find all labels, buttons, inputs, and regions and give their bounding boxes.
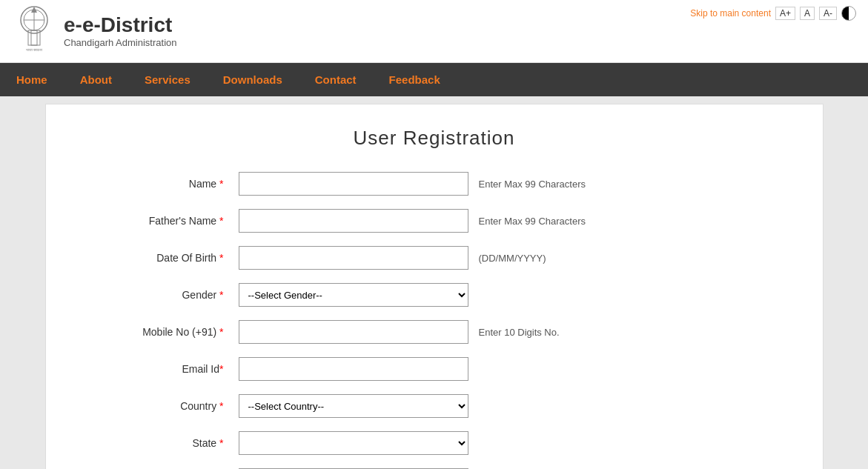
fathers-name-row: Father's Name * Enter Max 99 Characters — [61, 209, 808, 233]
font-smaller-button[interactable]: A- — [819, 7, 837, 20]
font-larger-button[interactable]: A+ — [775, 7, 795, 20]
logo-icon: भारत सरकार — [12, 5, 56, 57]
font-normal-button[interactable]: A — [800, 7, 815, 20]
nav-services[interactable]: Services — [128, 63, 207, 96]
state-label: State * — [90, 437, 239, 449]
fathers-name-required: * — [219, 215, 223, 227]
country-select[interactable]: --Select Country-- India — [239, 394, 468, 418]
mobile-row: Mobile No (+91) * Enter 10 Digits No. — [61, 320, 808, 344]
name-required: * — [219, 178, 223, 190]
mobile-hint: Enter 10 Digits No. — [479, 327, 560, 338]
mobile-label: Mobile No (+91) * — [90, 326, 239, 338]
email-required: * — [219, 363, 223, 375]
gender-select[interactable]: --Select Gender-- Male Female Other — [239, 283, 468, 307]
dob-label: Date Of Birth * — [90, 252, 239, 264]
state-row: State * — [61, 431, 808, 455]
top-right-controls: Skip to main content A+ A A- — [690, 6, 856, 21]
logo-area: भारत सरकार e-e-District Chandigarh Admin… — [12, 5, 176, 57]
fathers-name-label: Father's Name * — [90, 215, 239, 227]
main-content: User Registration Name * Enter Max 99 Ch… — [45, 104, 824, 469]
site-subtitle: Chandigarh Administration — [64, 37, 176, 48]
svg-text:भारत सरकार: भारत सरकार — [26, 47, 43, 52]
name-input[interactable] — [239, 172, 468, 196]
name-hint: Enter Max 99 Characters — [479, 179, 586, 190]
mobile-required: * — [219, 326, 223, 338]
email-label: Email Id* — [90, 363, 239, 375]
registration-form: Name * Enter Max 99 Characters Father's … — [61, 172, 808, 469]
nav-downloads[interactable]: Downloads — [207, 63, 299, 96]
fathers-name-hint: Enter Max 99 Characters — [479, 216, 586, 227]
contrast-toggle-button[interactable] — [841, 6, 856, 21]
name-label: Name * — [90, 178, 239, 190]
fathers-name-input[interactable] — [239, 209, 468, 233]
dob-hint: (DD/MM/YYYY) — [479, 253, 546, 264]
name-row: Name * Enter Max 99 Characters — [61, 172, 808, 196]
state-select[interactable] — [239, 431, 468, 455]
country-required: * — [219, 400, 223, 412]
country-label: Country * — [90, 400, 239, 412]
nav-home[interactable]: Home — [0, 63, 64, 96]
skip-to-main-link[interactable]: Skip to main content — [690, 8, 771, 19]
dob-row: Date Of Birth * (DD/MM/YYYY) — [61, 246, 808, 270]
page-title: User Registration — [61, 127, 808, 150]
state-required: * — [219, 437, 223, 449]
email-row: Email Id* — [61, 357, 808, 381]
email-input[interactable] — [239, 357, 468, 381]
logo-text: e-e-District Chandigarh Administration — [64, 14, 176, 48]
mobile-input[interactable] — [239, 320, 468, 344]
top-bar: भारत सरकार e-e-District Chandigarh Admin… — [0, 0, 868, 63]
gender-required: * — [219, 289, 223, 301]
dob-input[interactable] — [239, 246, 468, 270]
gender-row: Gender * --Select Gender-- Male Female O… — [61, 283, 808, 307]
country-row: Country * --Select Country-- India — [61, 394, 808, 418]
site-title: e-e-District — [64, 14, 176, 37]
nav-contact[interactable]: Contact — [299, 63, 373, 96]
svg-rect-6 — [31, 30, 37, 45]
nav-feedback[interactable]: Feedback — [373, 63, 457, 96]
dob-required: * — [219, 252, 223, 264]
main-nav: Home About Services Downloads Contact Fe… — [0, 63, 868, 96]
nav-about[interactable]: About — [64, 63, 128, 96]
gender-label: Gender * — [90, 289, 239, 301]
